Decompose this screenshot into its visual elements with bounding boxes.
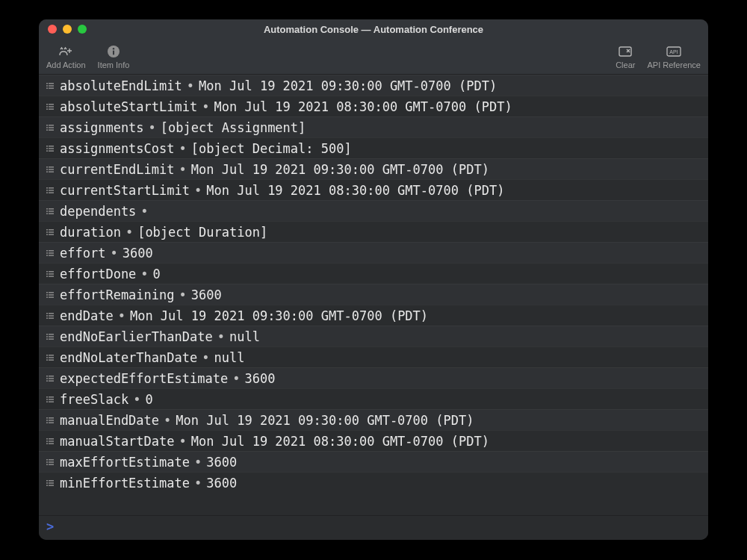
log-row[interactable]: manualStartDate• Mon Jul 19 2021 08:30:0… [39,430,708,451]
separator-dot: • [179,284,187,305]
svg-rect-94 [46,376,48,377]
separator-dot: • [194,452,202,473]
log-row[interactable]: endNoLaterThanDate• null [39,346,708,367]
api-reference-icon: API [666,44,682,59]
svg-rect-113 [49,438,54,440]
svg-rect-28 [46,146,48,147]
log-key: effortDone [60,264,136,284]
svg-rect-61 [49,252,54,254]
zoom-window-button[interactable] [78,25,87,34]
svg-rect-64 [46,271,48,273]
svg-rect-123 [49,464,54,465]
list-icon [45,458,55,467]
log-row[interactable]: effort• 3600 [39,242,708,263]
svg-rect-46 [46,208,48,210]
log-key: effort [60,243,105,264]
log-value: 3600 [206,452,237,473]
log-row[interactable]: endDate• Mon Jul 19 2021 09:30:00 GMT-07… [39,305,708,326]
log-row[interactable]: manualEndDate• Mon Jul 19 2021 09:30:00 … [39,409,708,430]
separator-dot: • [194,180,202,201]
log-row[interactable]: expectedEffortEstimate• 3600 [39,367,708,388]
svg-rect-79 [49,315,54,317]
log-row[interactable]: maxEffortEstimate• 3600 [39,451,708,472]
svg-rect-70 [46,292,48,293]
svg-rect-44 [46,192,48,193]
svg-rect-103 [49,399,54,400]
svg-rect-114 [46,441,48,442]
clear-button[interactable]: Clear [616,44,635,69]
log-value: [object Decimal: 500] [191,138,352,159]
log-row[interactable]: freeSlack• 0 [39,388,708,409]
app-window: Automation Console — Automation Conferen… [39,19,708,540]
log-key: assignments [60,117,144,138]
separator-dot: • [118,305,125,326]
log-value: null [214,347,244,368]
svg-rect-38 [46,171,48,172]
svg-rect-48 [46,211,48,212]
log-row[interactable]: currentEndLimit• Mon Jul 19 2021 09:30:0… [39,158,708,179]
log-row[interactable]: duration• [object Duration] [39,221,708,242]
list-icon [45,207,55,216]
separator-dot: • [140,201,148,222]
svg-rect-32 [46,150,48,152]
svg-rect-89 [49,355,54,356]
log-row[interactable]: absoluteEndLimit• Mon Jul 19 2021 09:30:… [39,75,708,96]
close-window-button[interactable] [48,25,57,34]
svg-rect-115 [49,441,54,442]
svg-rect-23 [49,125,54,126]
svg-rect-108 [46,420,48,421]
svg-rect-96 [46,378,48,379]
log-row[interactable]: assignmentsCost• [object Decimal: 500] [39,137,708,158]
svg-rect-33 [49,150,54,152]
svg-rect-118 [46,459,48,461]
separator-dot: • [110,243,117,264]
list-icon [45,374,55,383]
svg-rect-68 [46,276,48,277]
svg-rect-93 [49,359,54,361]
svg-rect-52 [46,229,48,231]
add-action-button[interactable]: Add Action [46,44,86,69]
api-reference-button[interactable]: API API Reference [647,44,701,69]
log-value: Mon Jul 19 2021 09:30:00 GMT-0700 (PDT) [176,410,474,431]
log-row[interactable]: minEffortEstimate• 3600 [39,472,708,493]
add-action-label: Add Action [46,60,86,69]
svg-rect-34 [46,167,48,168]
clear-icon [618,44,633,59]
log-row[interactable]: endNoEarlierThanDate• null [39,326,708,346]
log-row[interactable]: currentStartLimit• Mon Jul 19 2021 08:30… [39,179,708,200]
svg-rect-56 [46,234,48,235]
log-key: endNoEarlierThanDate [60,326,213,347]
log-row[interactable]: dependents• [39,200,708,221]
svg-rect-101 [49,396,54,398]
log-row[interactable]: absoluteStartLimit• Mon Jul 19 2021 08:3… [39,96,708,116]
svg-rect-47 [49,208,54,210]
log-value: 3600 [244,368,275,389]
list-icon [45,102,55,111]
svg-rect-29 [49,146,54,147]
item-info-button[interactable]: Item Info [98,44,130,69]
log-row[interactable]: effortRemaining• 3600 [39,284,708,305]
list-icon [45,123,55,132]
svg-rect-83 [49,334,54,335]
svg-rect-14 [46,87,48,89]
console-input[interactable] [58,519,701,534]
svg-rect-129 [49,485,54,486]
separator-dot: • [194,473,202,494]
svg-rect-106 [46,417,48,419]
svg-rect-112 [46,438,48,440]
svg-point-3 [113,48,114,49]
log-value: [object Duration] [137,222,267,243]
svg-rect-100 [46,396,48,398]
svg-rect-37 [49,169,54,170]
list-icon [45,353,55,362]
svg-rect-27 [49,129,54,131]
log-row[interactable]: effortDone• 0 [39,263,708,284]
log-row[interactable]: assignments• [object Assignment] [39,116,708,137]
minimize-window-button[interactable] [63,25,72,34]
list-icon [45,186,55,195]
separator-dot: • [179,431,187,452]
log-key: expectedEffortEstimate [60,368,228,389]
log-key: endDate [60,305,114,326]
console-output[interactable]: absoluteEndLimit• Mon Jul 19 2021 09:30:… [39,75,708,515]
list-icon [45,395,55,404]
